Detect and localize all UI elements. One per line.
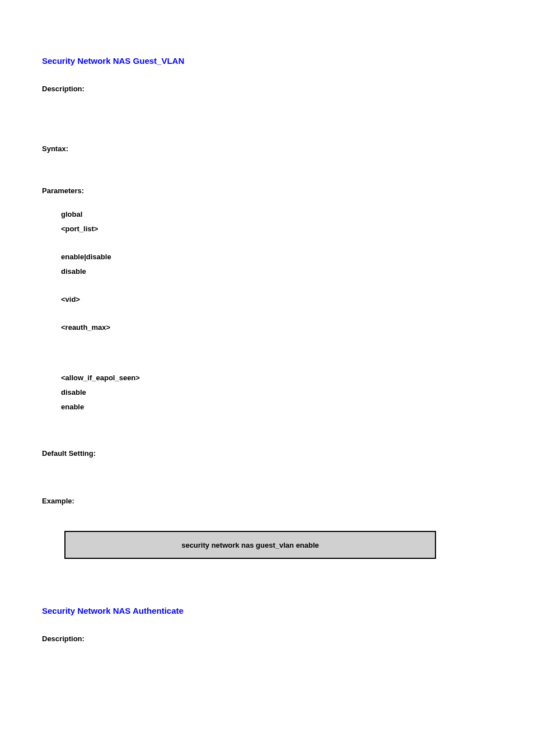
example-code-text: security network nas guest_vlan enable [181,541,319,549]
example-label: Example: [42,497,492,505]
param-disable: disable [61,264,492,279]
param-reauth-max: <reauth_max> [61,320,492,335]
section-title-2: Security Network NAS Authenticate [42,606,492,615]
default-setting-label: Default Setting: [42,449,492,458]
syntax-label: Syntax: [42,144,492,153]
param-enable: enable [61,400,492,414]
section-authenticate: Security Network NAS Authenticate Descri… [42,606,492,643]
param-allow-if-eapol-seen: <allow_if_eapol_seen> [61,371,492,385]
description-label: Description: [42,85,492,93]
section-guest-vlan: Security Network NAS Guest_VLAN Descript… [42,56,492,559]
param-enable-disable: enable|disable [61,250,492,264]
description-label-2: Description: [42,634,492,643]
param-port-list: <port_list> [61,222,492,236]
section-title: Security Network NAS Guest_VLAN [42,56,492,66]
param-global: global [61,207,492,222]
param-disable-2: disable [61,385,492,400]
parameters-label: Parameters: [42,186,492,195]
param-vid: <vid> [61,292,492,307]
example-code-box: security network nas guest_vlan enable [64,531,436,559]
parameters-block: global <port_list> enable|disable disabl… [61,207,492,414]
